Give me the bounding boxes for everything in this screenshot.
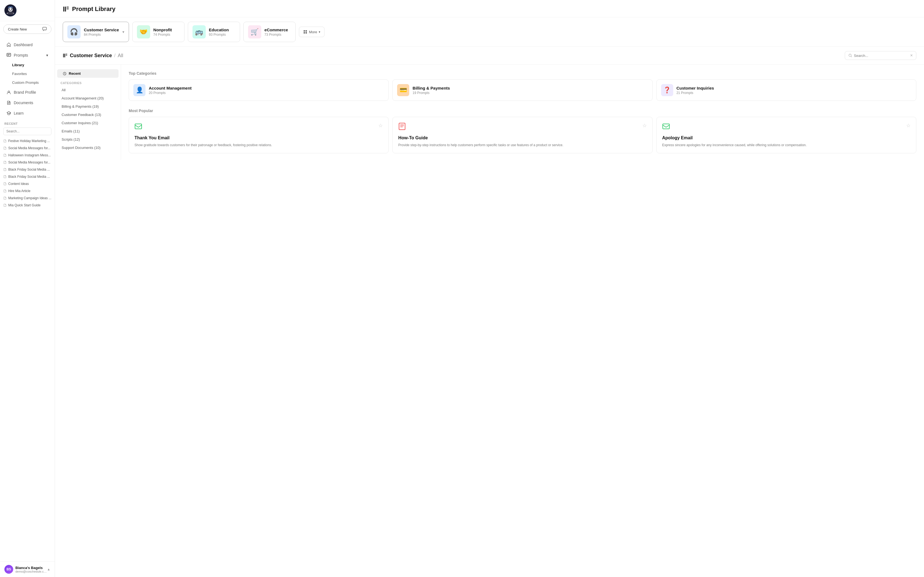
popular-card-title: Apology Email [662,135,911,140]
recent-doc-item[interactable]: Festive Holiday Marketing ... [0,137,55,145]
clock-icon [63,72,66,76]
left-panel-recent[interactable]: Recent [57,69,118,78]
popular-card-thank-you-email[interactable]: ☆ Thank You Email Show gratitude towards… [129,117,389,153]
recent-doc-item[interactable]: Black Friday Social Media ... [0,173,55,180]
svg-rect-20 [65,53,65,57]
svg-rect-26 [135,124,142,129]
categories-section-label: CATEGORIES [55,78,121,86]
svg-rect-8 [7,53,11,56]
left-panel-cat-scripts[interactable]: Scripts (12) [56,135,120,143]
more-categories-button[interactable]: More ▾ [299,27,325,37]
svg-rect-7 [43,27,47,30]
left-panel-cat-customer-feedback[interactable]: Customer Feedback (13) [56,111,120,119]
cat-tab-icon: 🤝 [137,25,150,39]
star-button[interactable]: ☆ [906,122,911,129]
left-panel-cat-billing-payments[interactable]: Billing & Payments (19) [56,103,120,110]
left-panel-cat-account-management[interactable]: Account Management (20) [56,94,120,102]
email-icon [134,122,142,130]
breadcrumb-section[interactable]: Customer Service [70,53,112,58]
right-panel: Top Categories 👤 Account Management 20 P… [121,64,924,160]
left-panel-cat-customer-inquires[interactable]: Customer Inquires (21) [56,119,120,127]
svg-rect-15 [304,30,305,32]
most-popular-label: Most Popular [129,108,916,113]
footer-chevron-icon: ▲ [47,567,50,571]
learn-icon [6,111,11,115]
svg-rect-11 [65,6,66,11]
popular-card-how-to-guide[interactable]: ☆ How-To Guide Provide step-by-step inst… [393,117,652,153]
more-chevron-icon: ▾ [319,30,320,34]
sidebar-subitem-favorites[interactable]: Favorites [2,69,53,78]
popular-card-description: Express sincere apologies for any inconv… [662,143,911,148]
category-tab-customer-service[interactable]: 🎧 Customer Service 84 Prompts ▾ [63,22,129,42]
popular-card-title: How-To Guide [398,135,646,140]
recent-doc-item[interactable]: Content Ideas [0,180,55,187]
sidebar-item-dashboard[interactable]: Dashboard [2,40,53,50]
recent-doc-item[interactable]: Social Media Messages for... [0,159,55,166]
top-cat-card-billing-payments[interactable]: 💳 Billing & Payments 19 Prompts [393,79,652,101]
svg-rect-22 [66,55,67,55]
popular-card-icon [134,122,142,132]
app-logo [5,5,16,16]
popular-card-description: Provide step-by-step instructions to hel… [398,143,646,148]
recent-doc-item[interactable]: Black Friday Social Media ... [0,166,55,173]
recent-doc-item[interactable]: Mia Quick Start Guide [0,201,55,209]
recent-doc-item[interactable]: Marketing Campaign Ideas ... [0,195,55,201]
content-area: Recent CATEGORIES AllAccount Management … [55,64,924,160]
top-categories-grid: 👤 Account Management 20 Prompts 💳 Billin… [129,79,916,101]
sidebar: Create New Dashboard Prompts ▾ Library F… [0,0,55,577]
search-input[interactable] [854,53,910,58]
book-icon [398,122,406,130]
doc-icon [3,139,6,143]
sidebar-item-documents[interactable]: Documents [2,98,53,108]
top-cat-card-customer-inquiries[interactable]: ❓ Customer Inquiries 21 Prompts [656,79,916,101]
top-cat-icon: 👤 [133,84,145,96]
category-tabs-list: 🎧 Customer Service 84 Prompts ▾ 🤝 Nonpro… [63,22,296,42]
svg-rect-28 [663,124,669,129]
svg-rect-12 [66,6,69,7]
left-panel-categories: AllAccount Management (20)Billing & Paym… [55,86,121,152]
svg-rect-23 [66,55,67,56]
sidebar-subitem-custom-prompts[interactable]: Custom Prompts [2,78,53,87]
doc-icon [3,168,6,171]
category-tab-education[interactable]: 🚌 Education 93 Prompts [188,22,240,42]
recent-label: Recent [69,71,81,76]
breadcrumb-current: All [118,53,123,58]
doc-icon [3,147,6,150]
sidebar-subitem-library[interactable]: Library [2,61,53,69]
top-cat-card-account-management[interactable]: 👤 Account Management 20 Prompts [129,79,389,101]
search-clear-button[interactable]: × [910,53,913,58]
sidebar-item-brand-profile[interactable]: Brand Profile [2,87,53,97]
recent-doc-item[interactable]: Hire Mia Article [0,187,55,195]
doc-icon [3,197,6,200]
left-panel-cat-all[interactable]: All [56,86,120,94]
left-panel-cat-support-documents[interactable]: Support Documents (10) [56,144,120,152]
svg-rect-13 [66,8,69,8]
breadcrumb-icon [63,53,68,58]
star-button[interactable]: ☆ [642,122,647,129]
top-cat-icon: 💳 [397,84,409,96]
library-icon [63,6,69,12]
svg-point-2 [9,8,10,10]
sidebar-item-prompts[interactable]: Prompts ▾ [2,50,53,60]
doc-icon [3,161,6,164]
svg-point-3 [11,8,12,10]
svg-rect-19 [63,53,64,57]
category-tab-nonprofit[interactable]: 🤝 Nonprofit 74 Prompts [132,22,184,42]
svg-rect-14 [66,9,69,9]
grid-icon [303,30,307,34]
create-new-button[interactable]: Create New [3,24,52,34]
main-content: Prompt Library 🎧 Customer Service 84 Pro… [55,0,924,577]
category-tab-ecommerce[interactable]: 🛒 eCommerce 73 Prompts [243,22,296,42]
doc-icon [3,153,6,157]
left-panel-cat-emails[interactable]: Emails (11) [56,127,120,135]
recent-doc-item[interactable]: Halloween Instagram Mess... [0,152,55,159]
user-footer[interactable]: BS Bianca's Bagels demo@coschedule.com ▲ [0,561,55,577]
recent-doc-item[interactable]: Social Media Messages for... [0,145,55,152]
popular-card-apology-email[interactable]: ☆ Apology Email Express sincere apologie… [656,117,916,153]
prompts-icon [6,53,11,57]
star-button[interactable]: ☆ [378,122,383,129]
sidebar-search-input[interactable] [3,127,52,135]
svg-rect-17 [304,32,305,34]
sidebar-item-learn[interactable]: Learn [2,108,53,118]
cat-tab-icon: 🛒 [248,25,261,39]
